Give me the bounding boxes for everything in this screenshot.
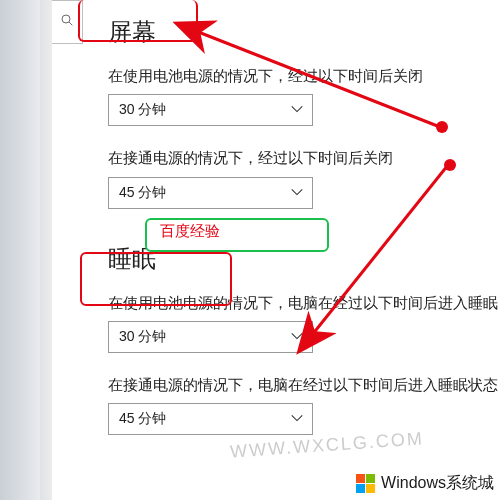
watermark-logo: Windows系统城	[356, 473, 494, 494]
annotation-arrows	[0, 0, 500, 500]
windows-logo-icon	[356, 474, 376, 494]
watermark-logo-text: Windows系统城	[381, 473, 494, 494]
svg-line-2	[178, 24, 440, 127]
svg-line-3	[300, 165, 448, 350]
